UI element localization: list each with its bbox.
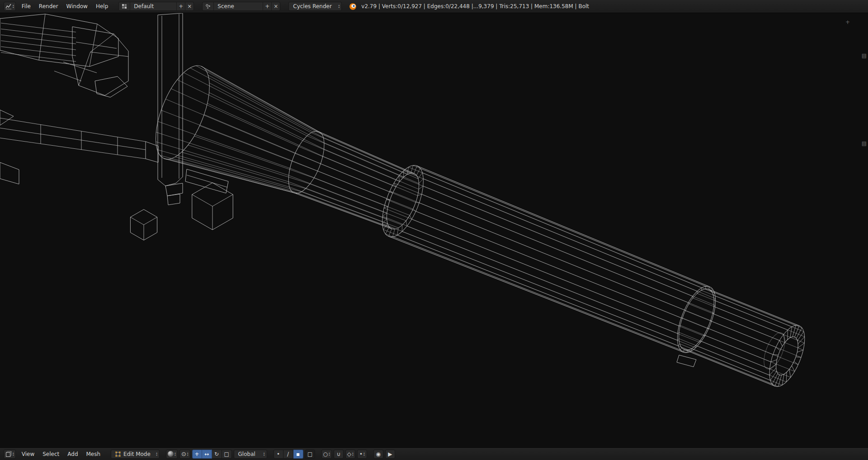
screen-layout-browse-button[interactable] (119, 2, 130, 10)
view3d-header: View Select Add Mesh Edit Mode (0, 447, 868, 460)
snap-toggle-button[interactable]: ∪ (334, 450, 344, 459)
screen-layout-name[interactable]: Default (130, 2, 176, 10)
face-icon: ▪ (296, 451, 300, 457)
menu-window[interactable]: Window (62, 2, 92, 10)
scale-icon: □ (224, 451, 229, 457)
scene-browse-button[interactable] (203, 2, 214, 10)
manipulator-group: + ↔ ↻ □ (192, 450, 232, 459)
render-engine-select[interactable]: Cycles Render (288, 2, 342, 11)
face-select-button[interactable]: ▪ (293, 450, 303, 459)
proportional-stepper (329, 452, 330, 456)
menu-file[interactable]: File (18, 2, 35, 10)
properties-region-tab-icon[interactable]: ▤ (862, 53, 867, 58)
magnet-icon: ∪ (336, 451, 340, 457)
view3d-editor-icon (5, 451, 12, 457)
menu-view[interactable]: View (18, 450, 38, 458)
info-header: File Render Window Help Default + × (0, 0, 868, 13)
shading-stepper (175, 452, 176, 456)
select-mode-group: • / ▪ (274, 450, 303, 459)
add-scene-button[interactable]: + (263, 2, 271, 10)
manipulator-toggle-button[interactable]: + (192, 450, 202, 459)
editor-type-stepper (13, 452, 14, 456)
vertex-select-button[interactable]: • (274, 450, 283, 459)
render-engine-value: Cycles Render (293, 3, 332, 9)
viewport-shading-button[interactable] (166, 450, 178, 459)
screen-layout-selector: Default + × (118, 2, 194, 11)
hand-icon: + (195, 451, 199, 457)
snap-element-icon: ◇ (347, 451, 351, 457)
delete-screen-layout-button[interactable]: × (185, 2, 193, 10)
translate-icon: ↔ (204, 451, 209, 457)
pivot-point-button[interactable]: ⊙ (179, 450, 190, 459)
translate-manipulator-button[interactable]: ↔ (202, 450, 212, 459)
blender-window: File Render Window Help Default + × (0, 0, 868, 460)
vertex-icon: • (277, 451, 280, 457)
mode-stepper (156, 452, 157, 456)
snap-target-button[interactable]: • (357, 450, 367, 459)
add-screen-layout-button[interactable]: + (176, 2, 185, 10)
rotate-manipulator-button[interactable]: ↻ (212, 450, 222, 459)
proportional-edit-button[interactable]: ○ (321, 450, 332, 459)
edge-select-button[interactable]: / (283, 450, 293, 459)
info-menubar: File Render Window Help (18, 2, 113, 10)
transform-orientation-select[interactable]: Global (234, 450, 267, 459)
scene-icon (205, 4, 211, 9)
mode-select[interactable]: Edit Mode (111, 450, 160, 459)
orientation-value: Global (238, 451, 255, 457)
menu-help[interactable]: Help (92, 2, 112, 10)
render-anim-icon: ▶ (388, 451, 392, 457)
render-still-icon: ◉ (376, 451, 381, 457)
limit-selection-visible-button[interactable]: □ (305, 450, 315, 459)
render-engine-stepper (339, 4, 340, 9)
editor-type-button[interactable] (4, 2, 16, 11)
shading-sphere-icon (168, 451, 174, 457)
scale-manipulator-button[interactable]: □ (222, 450, 232, 459)
mode-value: Edit Mode (123, 451, 151, 457)
opengl-render-anim-button[interactable]: ▶ (385, 450, 395, 459)
collapsed-panel-icon[interactable]: ▤ (862, 141, 867, 146)
editor-type-button-3dview[interactable] (4, 450, 16, 459)
menu-select[interactable]: Select (38, 450, 63, 458)
expand-region-icon[interactable]: + (845, 19, 850, 25)
opengl-render-still-button[interactable]: ◉ (373, 450, 383, 459)
menu-add[interactable]: Add (63, 450, 82, 458)
occlude-icon: □ (307, 451, 312, 457)
snap-target-icon: • (359, 451, 363, 457)
delete-scene-button[interactable]: × (271, 2, 280, 10)
viewport-3d[interactable]: + ▤ ▤ (0, 13, 868, 447)
wireframe-mesh (0, 13, 868, 447)
pivot-stepper (187, 452, 189, 456)
proportional-icon: ○ (323, 451, 328, 457)
snap-element-stepper (352, 452, 354, 456)
edit-mode-icon (115, 451, 121, 457)
info-editor-icon (5, 3, 12, 9)
snap-element-button[interactable]: ◇ (345, 450, 355, 459)
menu-mesh[interactable]: Mesh (82, 450, 105, 458)
orientation-stepper (264, 452, 265, 456)
view3d-menubar: View Select Add Mesh (18, 450, 104, 458)
edge-icon: / (287, 451, 289, 457)
scene-name[interactable]: Scene (214, 2, 263, 10)
rotate-icon: ↻ (214, 451, 219, 457)
menu-render[interactable]: Render (35, 2, 62, 10)
scene-selector: Scene + × (202, 2, 280, 11)
scene-statistics: v2.79 | Verts:0/12,927 | Edges:0/22,448 … (361, 3, 589, 9)
editor-type-stepper (13, 4, 14, 9)
snap-target-stepper (363, 452, 365, 456)
pivot-icon: ⊙ (181, 451, 186, 457)
screen-layout-icon (122, 4, 127, 9)
blender-logo-icon (349, 3, 357, 10)
